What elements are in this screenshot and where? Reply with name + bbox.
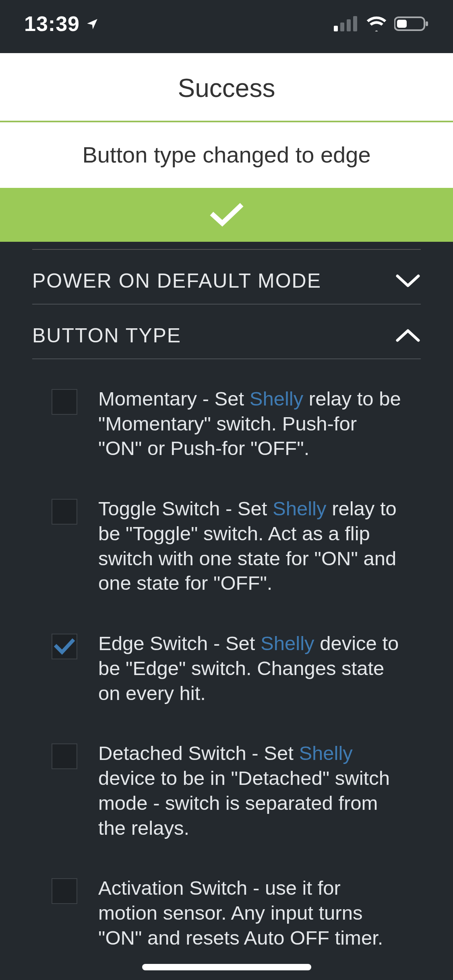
ok-button[interactable] — [0, 188, 453, 242]
svg-rect-3 — [353, 16, 357, 31]
chevron-up-icon — [395, 327, 421, 344]
svg-rect-1 — [340, 23, 344, 31]
checkbox[interactable] — [52, 743, 77, 769]
option-detached[interactable]: Detached Switch - Set Shelly device to b… — [32, 723, 421, 858]
option-momentary[interactable]: Momentary - Set Shelly relay to be "Mome… — [32, 369, 421, 479]
svg-rect-2 — [347, 19, 351, 31]
checkbox[interactable] — [52, 499, 77, 525]
status-right — [334, 16, 429, 32]
shelly-link[interactable]: Shelly — [273, 498, 326, 519]
section-power-on-default-mode[interactable]: POWER ON DEFAULT MODE — [32, 250, 421, 305]
option-toggle[interactable]: Toggle Switch - Set Shelly relay to be "… — [32, 479, 421, 614]
svg-rect-0 — [334, 26, 338, 31]
svg-rect-6 — [426, 21, 428, 26]
shelly-link[interactable]: Shelly — [261, 632, 314, 654]
option-label: Toggle Switch - Set Shelly relay to be "… — [98, 496, 421, 596]
option-label: Activation Switch - use it for motion se… — [98, 876, 421, 950]
status-left: 13:39 — [24, 12, 99, 36]
modal-title: Success — [0, 53, 453, 122]
option-label: Detached Switch - Set Shelly device to b… — [98, 741, 421, 840]
home-indicator — [142, 964, 311, 970]
checkbox[interactable] — [52, 878, 77, 904]
status-bar: 13:39 — [0, 0, 453, 53]
option-label: Momentary - Set Shelly relay to be "Mome… — [98, 387, 421, 461]
checkbox-checked[interactable] — [52, 634, 77, 659]
shelly-link[interactable]: Shelly — [250, 388, 303, 410]
location-icon — [85, 12, 99, 36]
success-modal: Success Button type changed to edge — [0, 53, 453, 242]
option-edge[interactable]: Edge Switch - Set Shelly device to be "E… — [32, 614, 421, 723]
option-activation[interactable]: Activation Switch - use it for motion se… — [32, 858, 421, 968]
status-time: 13:39 — [24, 12, 80, 36]
section-title: BUTTON TYPE — [32, 324, 181, 347]
checkmark-icon — [209, 201, 245, 229]
modal-message: Button type changed to edge — [0, 122, 453, 188]
shelly-link[interactable]: Shelly — [299, 742, 352, 764]
svg-rect-5 — [397, 20, 407, 28]
cellular-icon — [334, 16, 359, 31]
wifi-icon — [366, 16, 387, 31]
checkbox[interactable] — [52, 389, 77, 415]
check-icon — [54, 638, 75, 655]
option-label: Edge Switch - Set Shelly device to be "E… — [98, 631, 421, 706]
chevron-down-icon — [395, 273, 421, 289]
button-type-options: Momentary - Set Shelly relay to be "Mome… — [32, 359, 421, 980]
section-title: POWER ON DEFAULT MODE — [32, 269, 321, 292]
battery-icon — [394, 16, 429, 32]
section-button-type[interactable]: BUTTON TYPE — [32, 305, 421, 359]
